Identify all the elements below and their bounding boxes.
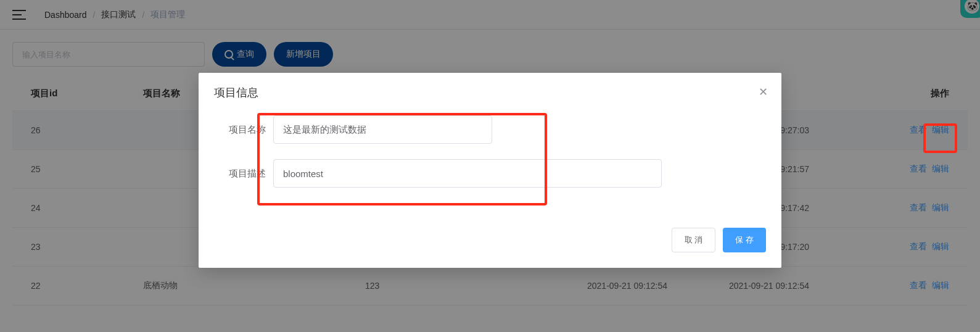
project-info-modal: ✕ 项目信息 项目名称 项目描述 取 消 保 存	[199, 73, 781, 268]
form-row-name: 项目名称	[214, 115, 766, 144]
close-icon[interactable]: ✕	[759, 85, 768, 99]
modal-footer: 取 消 保 存	[214, 228, 766, 252]
name-label: 项目名称	[214, 124, 273, 136]
desc-input[interactable]	[273, 159, 662, 188]
name-input[interactable]	[273, 115, 492, 144]
modal-title: 项目信息	[214, 85, 766, 100]
modal-overlay: ✕ 项目信息 项目名称 项目描述 取 消 保 存	[0, 0, 980, 332]
desc-label: 项目描述	[214, 168, 273, 180]
cancel-button[interactable]: 取 消	[672, 228, 716, 252]
form-row-desc: 项目描述	[214, 159, 766, 188]
save-button[interactable]: 保 存	[723, 228, 766, 252]
